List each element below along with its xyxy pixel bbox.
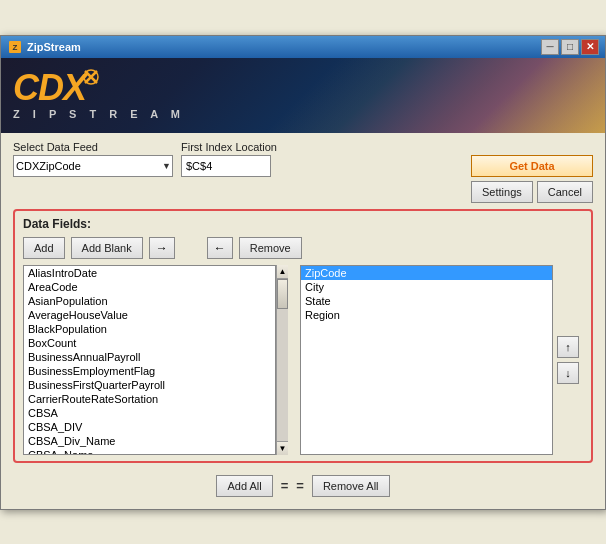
- list-item[interactable]: CBSA_DIV: [24, 420, 275, 434]
- zipstream-label: Z I P S T R E A M: [13, 108, 185, 120]
- eq-sign-1: =: [281, 478, 289, 493]
- left-list[interactable]: AliasIntroDate AreaCode AsianPopulation …: [23, 265, 276, 455]
- right-arrow-button[interactable]: →: [149, 237, 175, 259]
- add-all-button[interactable]: Add All: [216, 475, 272, 497]
- list-item[interactable]: AliasIntroDate: [24, 266, 275, 280]
- cancel-button[interactable]: Cancel: [537, 181, 593, 203]
- banner-overlay: [255, 58, 605, 133]
- index-location-group: First Index Location: [181, 141, 277, 177]
- maximize-button[interactable]: □: [561, 39, 579, 55]
- list-item[interactable]: BusinessFirstQuarterPayroll: [24, 378, 275, 392]
- select-feed-group: Select Data Feed CDXZipCode CDXAreaCode …: [13, 141, 173, 177]
- scroll-track: [277, 279, 288, 441]
- index-location-input[interactable]: [181, 155, 271, 177]
- cdx-logo: CDX Z I P S T R E A M: [13, 70, 185, 120]
- right-list-items: ZipCode City State Region: [301, 266, 552, 322]
- list-item[interactable]: BoxCount: [24, 336, 275, 350]
- list-item[interactable]: ZipCode: [301, 266, 552, 280]
- lists-row: AliasIntroDate AreaCode AsianPopulation …: [23, 265, 583, 455]
- list-item[interactable]: Region: [301, 308, 552, 322]
- list-item[interactable]: BlackPopulation: [24, 322, 275, 336]
- logo-x-icon: [82, 68, 100, 86]
- index-location-label: First Index Location: [181, 141, 277, 153]
- add-blank-button[interactable]: Add Blank: [71, 237, 143, 259]
- add-button[interactable]: Add: [23, 237, 65, 259]
- settings-button[interactable]: Settings: [471, 181, 533, 203]
- middle-arrows: [288, 265, 300, 455]
- main-window: Z ZipStream ─ □ ✕ CDX Z I P S T R E A M: [0, 35, 606, 510]
- scroll-down-button[interactable]: ▼: [277, 441, 288, 455]
- list-item[interactable]: CBSA: [24, 406, 275, 420]
- list-item[interactable]: BusinessEmploymentFlag: [24, 364, 275, 378]
- list-item[interactable]: AreaCode: [24, 280, 275, 294]
- list-item[interactable]: City: [301, 280, 552, 294]
- remove-button[interactable]: Remove: [239, 237, 302, 259]
- right-side-arrows: ↑ ↓: [553, 265, 583, 455]
- app-icon: Z: [7, 39, 23, 55]
- list-item[interactable]: CBSA_Name: [24, 448, 275, 455]
- list-item[interactable]: AsianPopulation: [24, 294, 275, 308]
- list-item[interactable]: CBSA_Div_Name: [24, 434, 275, 448]
- svg-text:Z: Z: [13, 43, 18, 52]
- logo-text: CDX: [13, 67, 86, 108]
- list-item[interactable]: AverageHouseValue: [24, 308, 275, 322]
- close-button[interactable]: ✕: [581, 39, 599, 55]
- window-title: ZipStream: [27, 41, 81, 53]
- left-arrow-button[interactable]: ←: [207, 237, 233, 259]
- list-item[interactable]: State: [301, 294, 552, 308]
- list-item[interactable]: CarrierRouteRateSortation: [24, 392, 275, 406]
- remove-all-button[interactable]: Remove All: [312, 475, 390, 497]
- left-list-items: AliasIntroDate AreaCode AsianPopulation …: [24, 266, 275, 455]
- list-item[interactable]: BusinessAnnualPayroll: [24, 350, 275, 364]
- select-feed-label: Select Data Feed: [13, 141, 173, 153]
- left-list-scrollbar[interactable]: ▲ ▼: [276, 265, 288, 455]
- content-area: Select Data Feed CDXZipCode CDXAreaCode …: [1, 133, 605, 509]
- title-bar: Z ZipStream ─ □ ✕: [1, 36, 605, 58]
- right-list[interactable]: ZipCode City State Region: [300, 265, 553, 455]
- move-down-button[interactable]: ↓: [557, 362, 579, 384]
- header-banner: CDX Z I P S T R E A M: [1, 58, 605, 133]
- select-container: CDXZipCode CDXAreaCode CDXState ▼: [13, 155, 173, 177]
- title-bar-buttons: ─ □ ✕: [541, 39, 599, 55]
- data-fields-label: Data Fields:: [23, 217, 583, 231]
- top-controls: Select Data Feed CDXZipCode CDXAreaCode …: [13, 141, 593, 203]
- data-feed-select[interactable]: CDXZipCode CDXAreaCode CDXState: [13, 155, 173, 177]
- move-up-button[interactable]: ↑: [557, 336, 579, 358]
- scroll-up-button[interactable]: ▲: [277, 265, 288, 279]
- right-buttons: Get Data Settings Cancel: [471, 141, 593, 203]
- bottom-row: Add All = = Remove All: [13, 469, 593, 501]
- title-bar-left: Z ZipStream: [7, 39, 81, 55]
- data-fields-section: Data Fields: Add Add Blank → ← Remove Al…: [13, 209, 593, 463]
- eq-sign-2: =: [296, 478, 304, 493]
- scroll-thumb[interactable]: [277, 279, 288, 309]
- toolbar-row: Add Add Blank → ← Remove: [23, 237, 583, 259]
- minimize-button[interactable]: ─: [541, 39, 559, 55]
- get-data-button[interactable]: Get Data: [471, 155, 593, 177]
